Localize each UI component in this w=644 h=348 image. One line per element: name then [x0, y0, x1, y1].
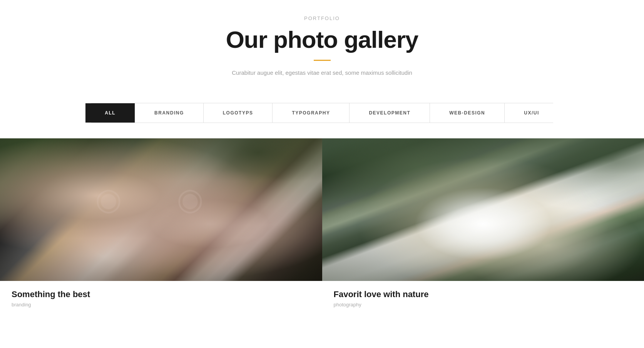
filter-tab-typography[interactable]: TYPOGRAPHY — [273, 103, 350, 123]
gallery-image-container-1 — [0, 138, 322, 281]
gallery-title: Our photo gallery — [8, 27, 636, 53]
filter-tab-web-design[interactable]: WEB-DESIGN — [430, 103, 505, 123]
gallery-image-container-2 — [322, 138, 644, 281]
gallery-caption-2: Favorit love with nature photography — [322, 281, 644, 317]
gallery-image-women — [0, 138, 322, 281]
filter-tabs: ALL BRANDING LOGOTYPS TYPOGRAPHY DEVELOP… — [91, 103, 553, 123]
page-container: PORTFOLIO Our photo gallery Curabitur au… — [0, 0, 644, 317]
caption-title-1: Something the best — [12, 289, 311, 299]
caption-title-2: Favorit love with nature — [334, 289, 633, 299]
filter-tab-logotyps[interactable]: LOGOTYPS — [204, 103, 273, 123]
gallery-item-2[interactable]: Favorit love with nature photography — [322, 138, 644, 317]
filter-tab-ux-ui[interactable]: UX/UI — [505, 103, 559, 123]
gallery-grid: Something the best branding Favorit love… — [0, 138, 644, 317]
gallery-item-1[interactable]: Something the best branding — [0, 138, 322, 317]
filter-tab-branding[interactable]: BRANDING — [135, 103, 204, 123]
filter-tab-development[interactable]: DEVELOPMENT — [350, 103, 430, 123]
subtitle-text: Curabitur augue elit, egestas vitae erat… — [8, 69, 636, 76]
header-section: PORTFOLIO Our photo gallery Curabitur au… — [0, 0, 644, 91]
caption-category-2: photography — [334, 302, 633, 308]
title-underline — [314, 60, 331, 61]
filter-tab-all[interactable]: ALL — [85, 103, 135, 123]
gallery-image-dress — [322, 138, 644, 281]
gallery-caption-1: Something the best branding — [0, 281, 322, 317]
portfolio-label: PORTFOLIO — [8, 15, 636, 21]
caption-category-1: branding — [12, 302, 311, 308]
